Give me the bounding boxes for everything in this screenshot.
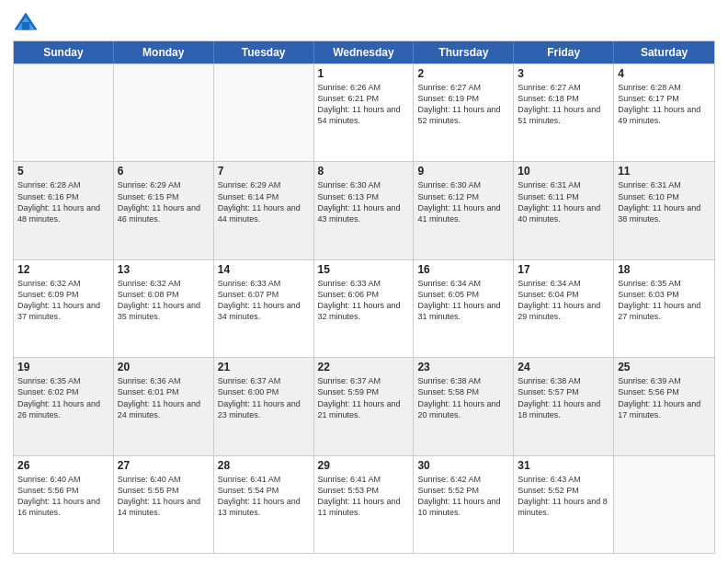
day-number: 30 bbox=[417, 459, 509, 472]
day-number: 28 bbox=[218, 459, 310, 472]
day-info: Sunrise: 6:40 AM Sunset: 5:55 PM Dayligh… bbox=[118, 474, 210, 519]
header-day-sunday: Sunday bbox=[14, 41, 114, 63]
day-info: Sunrise: 6:38 AM Sunset: 5:58 PM Dayligh… bbox=[417, 375, 509, 420]
day-info: Sunrise: 6:29 AM Sunset: 6:14 PM Dayligh… bbox=[218, 179, 310, 224]
day-info: Sunrise: 6:36 AM Sunset: 6:01 PM Dayligh… bbox=[118, 375, 210, 420]
logo-icon bbox=[13, 9, 39, 35]
cal-cell bbox=[614, 456, 714, 553]
day-info: Sunrise: 6:39 AM Sunset: 5:56 PM Dayligh… bbox=[618, 375, 711, 420]
day-number: 4 bbox=[618, 67, 711, 80]
day-info: Sunrise: 6:37 AM Sunset: 6:00 PM Dayligh… bbox=[218, 375, 310, 420]
day-info: Sunrise: 6:28 AM Sunset: 6:17 PM Dayligh… bbox=[618, 82, 711, 127]
header-day-wednesday: Wednesday bbox=[314, 41, 415, 63]
cal-cell: 14Sunrise: 6:33 AM Sunset: 6:07 PM Dayli… bbox=[214, 260, 314, 357]
cal-cell: 16Sunrise: 6:34 AM Sunset: 6:05 PM Dayli… bbox=[414, 260, 514, 357]
day-number: 26 bbox=[17, 459, 109, 472]
day-info: Sunrise: 6:41 AM Sunset: 5:53 PM Dayligh… bbox=[318, 474, 410, 519]
cal-cell: 24Sunrise: 6:38 AM Sunset: 5:57 PM Dayli… bbox=[514, 358, 614, 454]
day-info: Sunrise: 6:31 AM Sunset: 6:11 PM Dayligh… bbox=[518, 179, 609, 224]
cal-cell: 28Sunrise: 6:41 AM Sunset: 5:54 PM Dayli… bbox=[214, 456, 314, 553]
day-info: Sunrise: 6:26 AM Sunset: 6:21 PM Dayligh… bbox=[318, 82, 410, 127]
cal-cell: 4Sunrise: 6:28 AM Sunset: 6:17 PM Daylig… bbox=[614, 64, 714, 161]
header-day-thursday: Thursday bbox=[414, 41, 514, 63]
day-info: Sunrise: 6:35 AM Sunset: 6:03 PM Dayligh… bbox=[618, 278, 711, 323]
cal-cell: 11Sunrise: 6:31 AM Sunset: 6:10 PM Dayli… bbox=[614, 162, 714, 259]
day-number: 17 bbox=[518, 263, 609, 276]
header bbox=[13, 9, 715, 35]
day-number: 23 bbox=[417, 361, 509, 373]
calendar-row-4: 26Sunrise: 6:40 AM Sunset: 5:56 PM Dayli… bbox=[14, 455, 714, 553]
day-number: 21 bbox=[218, 361, 310, 373]
day-number: 13 bbox=[118, 263, 210, 276]
day-number: 31 bbox=[518, 459, 609, 472]
page: SundayMondayTuesdayWednesdayThursdayFrid… bbox=[0, 0, 728, 563]
day-info: Sunrise: 6:32 AM Sunset: 6:09 PM Dayligh… bbox=[17, 278, 109, 323]
day-number: 5 bbox=[17, 165, 109, 178]
day-info: Sunrise: 6:27 AM Sunset: 6:19 PM Dayligh… bbox=[417, 82, 509, 127]
cal-cell: 9Sunrise: 6:30 AM Sunset: 6:12 PM Daylig… bbox=[414, 162, 514, 259]
day-number: 19 bbox=[17, 361, 109, 373]
cal-cell: 20Sunrise: 6:36 AM Sunset: 6:01 PM Dayli… bbox=[114, 358, 214, 454]
cal-cell: 27Sunrise: 6:40 AM Sunset: 5:55 PM Dayli… bbox=[114, 456, 214, 553]
day-info: Sunrise: 6:29 AM Sunset: 6:15 PM Dayligh… bbox=[118, 179, 210, 224]
day-number: 2 bbox=[417, 67, 509, 80]
cal-cell: 6Sunrise: 6:29 AM Sunset: 6:15 PM Daylig… bbox=[114, 162, 214, 259]
calendar-row-2: 12Sunrise: 6:32 AM Sunset: 6:09 PM Dayli… bbox=[14, 259, 714, 357]
day-number: 15 bbox=[318, 263, 410, 276]
cal-cell: 1Sunrise: 6:26 AM Sunset: 6:21 PM Daylig… bbox=[314, 64, 415, 161]
cal-cell: 23Sunrise: 6:38 AM Sunset: 5:58 PM Dayli… bbox=[414, 358, 514, 454]
day-info: Sunrise: 6:43 AM Sunset: 5:52 PM Dayligh… bbox=[518, 474, 609, 519]
day-number: 11 bbox=[618, 165, 711, 178]
calendar-row-0: 1Sunrise: 6:26 AM Sunset: 6:21 PM Daylig… bbox=[14, 63, 714, 161]
day-number: 29 bbox=[318, 459, 410, 472]
header-day-friday: Friday bbox=[514, 41, 614, 63]
calendar-header: SundayMondayTuesdayWednesdayThursdayFrid… bbox=[14, 41, 714, 63]
day-info: Sunrise: 6:30 AM Sunset: 6:13 PM Dayligh… bbox=[318, 179, 410, 224]
calendar-row-3: 19Sunrise: 6:35 AM Sunset: 6:02 PM Dayli… bbox=[14, 357, 714, 454]
day-info: Sunrise: 6:33 AM Sunset: 6:07 PM Dayligh… bbox=[218, 278, 310, 323]
cal-cell: 26Sunrise: 6:40 AM Sunset: 5:56 PM Dayli… bbox=[14, 456, 114, 553]
cal-cell: 22Sunrise: 6:37 AM Sunset: 5:59 PM Dayli… bbox=[314, 358, 415, 454]
cal-cell: 2Sunrise: 6:27 AM Sunset: 6:19 PM Daylig… bbox=[414, 64, 514, 161]
cal-cell: 3Sunrise: 6:27 AM Sunset: 6:18 PM Daylig… bbox=[514, 64, 614, 161]
day-info: Sunrise: 6:42 AM Sunset: 5:52 PM Dayligh… bbox=[417, 474, 509, 519]
cal-cell: 29Sunrise: 6:41 AM Sunset: 5:53 PM Dayli… bbox=[314, 456, 415, 553]
cal-cell bbox=[214, 64, 314, 161]
day-info: Sunrise: 6:30 AM Sunset: 6:12 PM Dayligh… bbox=[417, 179, 509, 224]
day-number: 3 bbox=[518, 67, 609, 80]
cal-cell: 19Sunrise: 6:35 AM Sunset: 6:02 PM Dayli… bbox=[14, 358, 114, 454]
cal-cell: 5Sunrise: 6:28 AM Sunset: 6:16 PM Daylig… bbox=[14, 162, 114, 259]
day-info: Sunrise: 6:41 AM Sunset: 5:54 PM Dayligh… bbox=[218, 474, 310, 519]
calendar: SundayMondayTuesdayWednesdayThursdayFrid… bbox=[13, 40, 715, 554]
day-number: 20 bbox=[118, 361, 210, 373]
day-number: 10 bbox=[518, 165, 609, 178]
day-info: Sunrise: 6:31 AM Sunset: 6:10 PM Dayligh… bbox=[618, 179, 711, 224]
cal-cell bbox=[14, 64, 114, 161]
day-number: 24 bbox=[518, 361, 609, 373]
cal-cell: 12Sunrise: 6:32 AM Sunset: 6:09 PM Dayli… bbox=[14, 260, 114, 357]
cal-cell: 25Sunrise: 6:39 AM Sunset: 5:56 PM Dayli… bbox=[614, 358, 714, 454]
header-day-tuesday: Tuesday bbox=[214, 41, 314, 63]
day-number: 22 bbox=[318, 361, 410, 373]
day-number: 14 bbox=[218, 263, 310, 276]
day-number: 16 bbox=[417, 263, 509, 276]
calendar-row-1: 5Sunrise: 6:28 AM Sunset: 6:16 PM Daylig… bbox=[14, 161, 714, 259]
cal-cell: 8Sunrise: 6:30 AM Sunset: 6:13 PM Daylig… bbox=[314, 162, 415, 259]
day-number: 18 bbox=[618, 263, 711, 276]
cal-cell: 31Sunrise: 6:43 AM Sunset: 5:52 PM Dayli… bbox=[514, 456, 614, 553]
calendar-body: 1Sunrise: 6:26 AM Sunset: 6:21 PM Daylig… bbox=[14, 63, 714, 553]
day-info: Sunrise: 6:34 AM Sunset: 6:05 PM Dayligh… bbox=[417, 278, 509, 323]
cal-cell: 13Sunrise: 6:32 AM Sunset: 6:08 PM Dayli… bbox=[114, 260, 214, 357]
cal-cell bbox=[114, 64, 214, 161]
header-day-monday: Monday bbox=[114, 41, 214, 63]
day-info: Sunrise: 6:33 AM Sunset: 6:06 PM Dayligh… bbox=[318, 278, 410, 323]
cal-cell: 30Sunrise: 6:42 AM Sunset: 5:52 PM Dayli… bbox=[414, 456, 514, 553]
day-number: 8 bbox=[318, 165, 410, 178]
day-info: Sunrise: 6:28 AM Sunset: 6:16 PM Dayligh… bbox=[17, 179, 109, 224]
day-number: 9 bbox=[417, 165, 509, 178]
cal-cell: 17Sunrise: 6:34 AM Sunset: 6:04 PM Dayli… bbox=[514, 260, 614, 357]
cal-cell: 10Sunrise: 6:31 AM Sunset: 6:11 PM Dayli… bbox=[514, 162, 614, 259]
cal-cell: 15Sunrise: 6:33 AM Sunset: 6:06 PM Dayli… bbox=[314, 260, 415, 357]
cal-cell: 18Sunrise: 6:35 AM Sunset: 6:03 PM Dayli… bbox=[614, 260, 714, 357]
day-number: 27 bbox=[118, 459, 210, 472]
